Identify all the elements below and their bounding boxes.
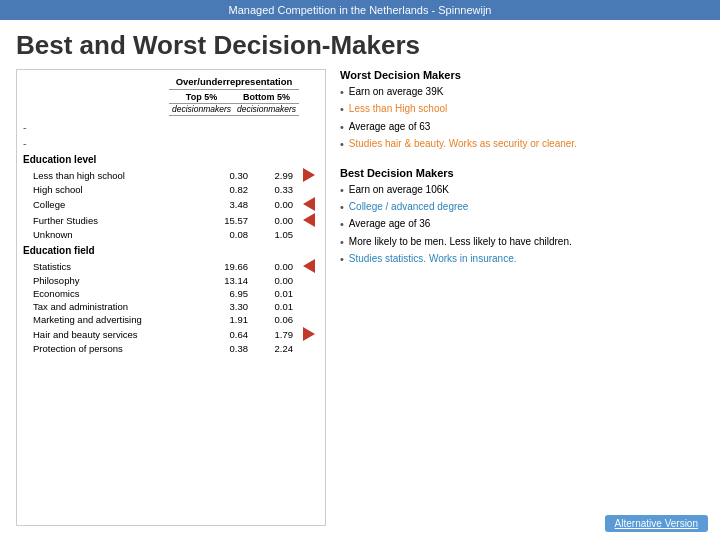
row-val-bot: 0.06 [254,314,299,325]
item-text: Earn on average 106K [349,183,449,197]
row-val-top: 19.66 [209,261,254,272]
table-row: Protection of persons 0.38 2.24 [23,342,319,355]
list-item: • Average age of 36 [340,217,700,232]
table-row: Marketing and advertising 1.91 0.06 [23,313,319,326]
table-row: Economics 6.95 0.01 [23,287,319,300]
over-under-label: Over/underrepresentation [169,76,299,90]
bullet-icon: • [340,137,344,152]
list-item: • Earn on average 106K [340,183,700,198]
header-title: Managed Competition in the Netherlands -… [229,4,492,16]
bullet-icon: • [340,102,344,117]
row-val-top: 1.91 [209,314,254,325]
table-row: Unknown 0.08 1.05 [23,228,319,241]
row-val-bot: 2.99 [254,170,299,181]
table-row: Less than high school 0.30 2.99 [23,167,319,183]
page-content: Best and Worst Decision-Makers Over/unde… [0,20,720,536]
arrow-right-cell-2 [299,327,319,341]
list-item: • Earn on average 39K [340,85,700,100]
item-text: Average age of 36 [349,217,431,231]
row-val-top: 0.64 [209,329,254,340]
row-val-bot: 0.00 [254,275,299,286]
top-label: Top 5% [169,92,234,102]
best-decision-section: Best Decision Makers • Earn on average 1… [340,167,700,268]
row-val-top: 3.48 [209,199,254,210]
dash-row-1: - [23,120,319,134]
top-sub: decisionmakers [169,104,234,114]
bullet-icon: • [340,217,344,232]
row-val-top: 0.82 [209,184,254,195]
dash-row-2: - [23,136,319,150]
row-val-bot: 0.01 [254,288,299,299]
row-label: Statistics [23,261,209,272]
row-val-bot: 0.00 [254,261,299,272]
list-item: • College / advanced degree [340,200,700,215]
row-label: Economics [23,288,209,299]
list-item: • Studies hair & beauty. Works as securi… [340,137,700,152]
row-val-bot: 0.00 [254,199,299,210]
item-text: Studies statistics. Works in insurance. [349,252,517,266]
table-row: Philosophy 13.14 0.00 [23,274,319,287]
header-bar: Managed Competition in the Netherlands -… [0,0,720,20]
row-val-bot: 0.33 [254,184,299,195]
arrow-right-icon [303,168,315,182]
item-text: Average age of 63 [349,120,431,134]
row-val-bot: 1.79 [254,329,299,340]
arrow-left-icon [303,197,315,211]
alternative-version-link[interactable]: Alternative Version [605,515,708,532]
item-text: College / advanced degree [349,200,469,214]
list-item: • Average age of 63 [340,120,700,135]
arrow-left-cell-3 [299,259,319,273]
bullet-icon: • [340,85,344,100]
table-row: Further Studies 15.57 0.00 [23,212,319,228]
row-val-bot: 1.05 [254,229,299,240]
bottom-sub: decisionmakers [234,104,299,114]
row-label: Philosophy [23,275,209,286]
list-item: • Less than High school [340,102,700,117]
row-label: Protection of persons [23,343,209,354]
education-level-header: Education level [23,154,319,165]
table-row: High school 0.82 0.33 [23,183,319,196]
list-item: • Studies statistics. Works in insurance… [340,252,700,267]
row-label: Less than high school [23,170,209,181]
row-val-top: 6.95 [209,288,254,299]
row-label: Hair and beauty services [23,329,209,340]
table-row: Tax and administration 3.30 0.01 [23,300,319,313]
row-val-top: 13.14 [209,275,254,286]
education-field-header: Education field [23,245,319,256]
row-val-top: 15.57 [209,215,254,226]
item-text: More likely to be men. Less likely to ha… [349,235,572,249]
main-body: Over/underrepresentation Top 5% Bottom 5… [16,69,704,526]
row-label: Unknown [23,229,209,240]
table-row: College 3.48 0.00 [23,196,319,212]
row-label: Tax and administration [23,301,209,312]
row-label: Marketing and advertising [23,314,209,325]
bullet-icon: • [340,252,344,267]
left-panel: Over/underrepresentation Top 5% Bottom 5… [16,69,326,526]
row-val-bot: 0.01 [254,301,299,312]
best-title: Best Decision Makers [340,167,700,179]
arrow-left-icon-2 [303,213,315,227]
arrow-right-cell [299,168,319,182]
item-text: Earn on average 39K [349,85,444,99]
arrow-left-cell-2 [299,213,319,227]
row-val-top: 0.38 [209,343,254,354]
worst-decision-section: Worst Decision Makers • Earn on average … [340,69,700,153]
bullet-icon: • [340,200,344,215]
row-val-bot: 0.00 [254,215,299,226]
row-val-bot: 2.24 [254,343,299,354]
row-val-top: 3.30 [209,301,254,312]
page-title: Best and Worst Decision-Makers [16,30,704,61]
row-label: Further Studies [23,215,209,226]
right-panel: Worst Decision Makers • Earn on average … [336,69,704,526]
bullet-icon: • [340,120,344,135]
table-row: Statistics 19.66 0.00 [23,258,319,274]
row-label: College [23,199,209,210]
table-row: Hair and beauty services 0.64 1.79 [23,326,319,342]
worst-list: • Earn on average 39K • Less than High s… [340,85,700,153]
item-text: Less than High school [349,102,447,116]
list-item: • More likely to be men. Less likely to … [340,235,700,250]
row-label: High school [23,184,209,195]
worst-title: Worst Decision Makers [340,69,700,81]
row-val-top: 0.08 [209,229,254,240]
bullet-icon: • [340,183,344,198]
